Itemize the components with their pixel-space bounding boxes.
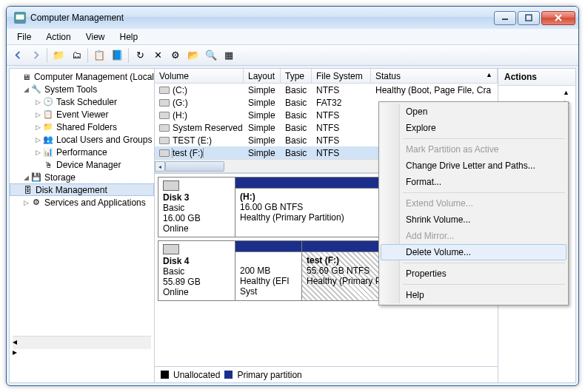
toolbar: 📁 🗂 📋 📘 ↻ ✕ ⚙ 📂 🔍 ▦ — [7, 45, 578, 66]
tree-services[interactable]: ▷⚙Services and Applications — [10, 196, 154, 209]
titlebar[interactable]: Computer Management — [7, 7, 578, 29]
ctx-explore[interactable]: Explore — [381, 120, 566, 136]
drive-icon — [159, 124, 170, 132]
ctx-format[interactable]: Format... — [381, 174, 566, 190]
properties-icon[interactable]: 📋 — [91, 47, 107, 64]
ctx-help[interactable]: Help — [381, 287, 566, 303]
tree-horizontal-scrollbar[interactable]: ◂▸ — [13, 336, 151, 349]
ctx-add-mirror: Add Mirror... — [381, 228, 566, 244]
find-icon[interactable]: 🔍 — [203, 47, 219, 64]
drive-icon — [159, 137, 170, 144]
list-icon[interactable]: ▦ — [221, 47, 237, 64]
svg-rect-0 — [16, 14, 24, 20]
drive-icon — [159, 87, 170, 94]
volume-list-header[interactable]: Volume Layout Type File System Status▲ — [155, 69, 498, 84]
help-icon[interactable]: 📘 — [109, 47, 125, 64]
legend-swatch-primary — [224, 371, 233, 379]
tree-task-scheduler[interactable]: ▷🕒Task Scheduler — [10, 95, 154, 108]
partition-efi[interactable]: 200 MB Healthy (EFI Syst — [235, 241, 302, 300]
tree-disk-management[interactable]: 🗄Disk Management — [10, 183, 154, 196]
menubar: File Action View Help — [7, 29, 578, 45]
disk-icon — [163, 244, 179, 254]
open-icon[interactable]: 📂 — [185, 47, 201, 64]
col-layout[interactable]: Layout — [244, 69, 281, 83]
maximize-button[interactable] — [518, 11, 540, 25]
legend: Unallocated Primary partition — [155, 366, 498, 382]
menu-action[interactable]: Action — [40, 30, 76, 44]
show-hide-tree-icon[interactable]: 🗂 — [68, 47, 84, 64]
actions-header: Actions — [498, 69, 575, 86]
volume-row[interactable]: (C:)SimpleBasicNTFSHealthy (Boot, Page F… — [155, 84, 498, 96]
menu-file[interactable]: File — [11, 30, 37, 44]
window-title: Computer Management — [30, 13, 494, 23]
context-menu: Open Explore Mark Partition as Active Ch… — [378, 101, 569, 305]
menu-view[interactable]: View — [80, 30, 111, 44]
disk-icon — [163, 180, 179, 191]
delete-icon[interactable]: ✕ — [150, 47, 166, 64]
collapse-up-icon[interactable]: ▲ — [563, 89, 569, 96]
ctx-change-drive-letter[interactable]: Change Drive Letter and Paths... — [381, 158, 566, 174]
col-filesystem[interactable]: File System — [312, 69, 371, 83]
svg-rect-3 — [526, 15, 532, 21]
col-status[interactable]: Status▲ — [371, 69, 498, 83]
ctx-extend-volume: Extend Volume... — [381, 195, 566, 212]
disk-info: Disk 4 Basic 55.89 GB Online — [158, 241, 235, 300]
ctx-properties[interactable]: Properties — [381, 266, 566, 282]
col-type[interactable]: Type — [281, 69, 312, 83]
tree-event-viewer[interactable]: ▷📋Event Viewer — [10, 108, 154, 121]
refresh-icon[interactable]: ↻ — [132, 47, 148, 64]
tree-shared-folders[interactable]: ▷📁Shared Folders — [10, 121, 154, 133]
tree-performance[interactable]: ▷📊Performance — [10, 146, 154, 158]
legend-swatch-unallocated — [161, 371, 169, 379]
app-icon — [14, 12, 26, 24]
close-button[interactable] — [541, 11, 575, 25]
ctx-open[interactable]: Open — [381, 104, 566, 120]
minimize-button[interactable] — [494, 11, 516, 25]
drive-icon — [159, 99, 170, 107]
back-button[interactable] — [10, 47, 26, 64]
tree-device-manager[interactable]: 🖱Device Manager — [10, 158, 154, 171]
ctx-shrink-volume[interactable]: Shrink Volume... — [381, 212, 566, 228]
menu-help[interactable]: Help — [114, 30, 144, 44]
navigation-tree[interactable]: 🖥Computer Management (Local ◢🔧System Too… — [10, 69, 155, 382]
tree-system-tools[interactable]: ◢🔧System Tools — [10, 83, 154, 95]
forward-button[interactable] — [27, 47, 44, 64]
tree-local-users[interactable]: ▷👥Local Users and Groups — [10, 133, 154, 146]
tree-storage[interactable]: ◢💾Storage — [10, 171, 154, 183]
drive-icon — [159, 149, 170, 157]
settings-icon[interactable]: ⚙ — [167, 47, 184, 64]
col-volume[interactable]: Volume — [155, 69, 244, 83]
ctx-delete-volume[interactable]: Delete Volume... — [381, 244, 566, 260]
svg-rect-1 — [18, 21, 22, 22]
tree-root[interactable]: 🖥Computer Management (Local — [10, 70, 154, 83]
ctx-mark-active: Mark Partition as Active — [381, 141, 566, 158]
disk-info: Disk 3 Basic 16.00 GB Online — [158, 178, 235, 237]
drive-icon — [159, 112, 170, 119]
up-icon[interactable]: 📁 — [50, 47, 67, 64]
